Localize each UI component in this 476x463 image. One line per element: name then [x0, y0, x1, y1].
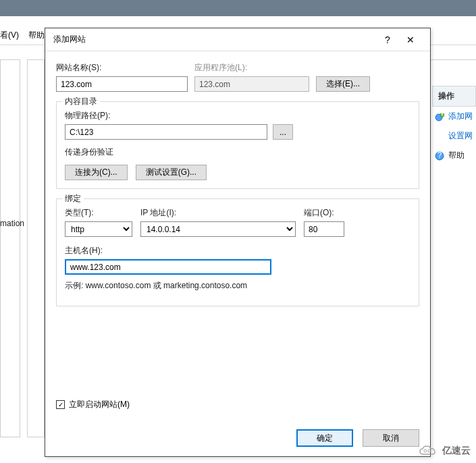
content-directory-group: 内容目录 物理路径(P): ... 传递身份验证 连接为(C)... 测试设置(…	[56, 101, 419, 189]
dialog-close-button[interactable]: ✕	[399, 34, 422, 45]
binding-group-title: 绑定	[62, 193, 84, 205]
add-website-dialog: 添加网站 ? ✕ 网站名称(S): 应用程序池(L): 选择(E)... 内容目…	[45, 28, 431, 457]
host-name-example: 示例: www.contoso.com 或 marketing.contoso.…	[65, 280, 411, 292]
action-help-label: 帮助	[448, 150, 465, 161]
action-set-website-label: 设置网	[448, 130, 473, 142]
binding-type-label: 类型(T):	[65, 207, 132, 219]
binding-ip-label: IP 地址(I):	[140, 207, 296, 219]
select-app-pool-button[interactable]: 选择(E)...	[316, 76, 370, 92]
binding-ip-select[interactable]: 14.0.0.14	[140, 221, 296, 237]
svg-point-5	[424, 450, 427, 452]
dialog-title: 添加网站	[53, 34, 376, 45]
site-name-input[interactable]	[56, 76, 188, 92]
window-topbar	[0, 0, 476, 16]
physical-path-input[interactable]	[65, 124, 267, 140]
right-panel-top-border	[431, 59, 476, 85]
start-immediately-checkbox[interactable]: ✓	[56, 400, 65, 409]
actions-panel: 操作 + 添加网 设置网 ? 帮助	[432, 86, 476, 165]
action-help[interactable]: ? 帮助	[432, 146, 476, 165]
ok-button[interactable]: 确定	[296, 429, 353, 447]
host-name-input[interactable]	[65, 259, 271, 275]
binding-group: 绑定 类型(T): http IP 地址(I): 14.0.0.14 端口(O)…	[56, 198, 419, 306]
app-pool-input	[194, 76, 309, 92]
help-icon: ?	[435, 151, 444, 161]
test-settings-button[interactable]: 测试设置(G)...	[136, 165, 207, 180]
pass-through-auth-label: 传递身份验证	[65, 146, 411, 158]
action-add-website[interactable]: + 添加网	[432, 107, 476, 126]
svg-text:+: +	[440, 112, 444, 118]
svg-text:?: ?	[438, 151, 442, 160]
cancel-button[interactable]: 取消	[363, 429, 419, 447]
binding-port-label: 端口(O):	[304, 207, 344, 219]
host-name-label: 主机名(H):	[65, 245, 271, 256]
content-panel-edge	[27, 59, 45, 437]
cloud-icon	[418, 444, 438, 458]
content-directory-group-title: 内容目录	[62, 96, 100, 107]
action-set-website[interactable]: 设置网	[432, 126, 476, 146]
binding-port-input[interactable]	[304, 221, 344, 237]
binding-type-select[interactable]: http	[65, 221, 132, 237]
connect-as-button[interactable]: 连接为(C)...	[65, 165, 128, 180]
actions-header: 操作	[432, 86, 476, 107]
globe-add-icon: +	[435, 112, 444, 121]
watermark: 亿速云	[418, 444, 471, 458]
start-immediately-label: 立即启动网站(M)	[69, 399, 130, 410]
physical-path-label: 物理路径(P):	[65, 110, 411, 121]
dialog-titlebar: 添加网站 ? ✕	[45, 28, 430, 51]
browse-path-button[interactable]: ...	[273, 124, 293, 140]
app-pool-label: 应用程序池(L):	[194, 62, 309, 74]
action-add-website-label: 添加网	[448, 111, 473, 122]
menu-view[interactable]: 看(V)	[0, 30, 19, 41]
svg-point-6	[428, 450, 431, 452]
left-tree-panel	[0, 59, 20, 437]
dialog-help-button[interactable]: ?	[376, 34, 399, 45]
watermark-text: 亿速云	[442, 445, 471, 457]
site-name-label: 网站名称(S):	[56, 62, 188, 74]
